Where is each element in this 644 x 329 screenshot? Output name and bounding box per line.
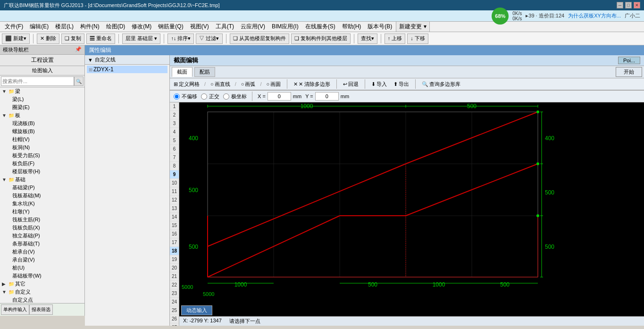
y-label: Y = [305, 93, 313, 99]
polar-radio[interactable] [223, 93, 229, 100]
nav-pin[interactable]: 📌 [75, 46, 82, 53]
folder-icon: 📁 [8, 89, 14, 94]
menu-modify[interactable]: 修改(M) [129, 22, 154, 32]
menu-edit[interactable]: 编辑(E) [27, 22, 51, 32]
menu-newchange[interactable]: 新建变更 ▾ [396, 21, 429, 32]
tree-item-circle-beam[interactable]: 圈梁(E) [4, 103, 84, 111]
tree-item-custom-point[interactable]: 自定义点 [4, 296, 84, 303]
tab-section[interactable]: 截面 [172, 67, 192, 77]
search-input[interactable] [1, 76, 74, 86]
tree-item-pile[interactable]: 桩(U) [4, 264, 84, 272]
tree-item-sump[interactable]: 集水坑(K) [4, 200, 84, 208]
tree-item-cap-beam[interactable]: 承台梁(V) [4, 256, 84, 264]
menu-version[interactable]: 版本号(B) [365, 22, 395, 32]
copy-button[interactable]: ❏ 复制 [61, 34, 84, 44]
svg-text:500: 500 [189, 244, 198, 250]
query-polygon-btn[interactable]: 🔍 查询多边形库 [420, 80, 462, 88]
tree-group-slab[interactable]: ▼ 📁 板 [0, 111, 84, 119]
tree-item-raft[interactable]: 筏板基础(M) [4, 192, 84, 200]
toolbar-sep-2 [118, 34, 119, 43]
menu-view[interactable]: 视图(V) [187, 22, 212, 32]
bottom-nav: 单构件输入 报表筛选 [0, 303, 84, 316]
menu-rebar[interactable]: 钢筋量(Q) [155, 22, 186, 32]
menu-draw[interactable]: 绘图(D) [103, 22, 128, 32]
tree-item-slab-neg[interactable]: 板负筋(F) [4, 160, 84, 168]
tree-group-custom[interactable]: ▼ 📁 自定义 [0, 288, 84, 296]
draw-circle-btn[interactable]: ○ 画圆 [265, 80, 283, 88]
tree-item-found-band[interactable]: 基础板带(W) [4, 272, 84, 280]
tree-item-floor-band[interactable]: 楼层板带(H) [4, 168, 84, 176]
tree-item-slab-rebar[interactable]: 板受力筋(S) [4, 152, 84, 160]
tree-group-other[interactable]: ▶ 📁 其它 [0, 280, 84, 288]
draw-toolbar: ⊞ 定义网格 / ○ 画直线 / ○ 画弧 / ○ [170, 78, 644, 90]
ortho-radio[interactable] [201, 93, 207, 100]
x-coord-field: X = mm [258, 92, 301, 101]
tree-item-raft-neg[interactable]: 筏板负筋(X) [4, 224, 84, 232]
row-6: 6 [170, 145, 179, 153]
menu-cloud[interactable]: 云应用(V) [238, 22, 268, 32]
draw-arc-btn[interactable]: ○ 画弧 [239, 80, 258, 88]
tree-group-beam[interactable]: ▼ 📁 梁 [0, 87, 84, 95]
tree-item-col-pier[interactable]: 柱墩(Y) [4, 208, 84, 216]
tree-item-isolated-found[interactable]: 独立基础(P) [4, 232, 84, 240]
define-grid-btn[interactable]: ⊞ 定义网格 [172, 80, 201, 88]
tree-item-raft-main[interactable]: 筏板主筋(R) [4, 216, 84, 224]
export-btn[interactable]: ⬆ 导出 [392, 80, 411, 88]
close-button[interactable]: ✕ [634, 2, 640, 8]
menu-bim[interactable]: BIM应用(I) [269, 22, 301, 32]
folder-icon-2: 📁 [8, 113, 14, 118]
tab-rebar[interactable]: 配筋 [194, 67, 215, 77]
copy-to-floor[interactable]: ❏ 复制构件到其他楼层 [291, 34, 351, 44]
no-move-radio[interactable] [174, 93, 180, 100]
clear-polygon-btn[interactable]: ✕ ✕ 清除多边形 [292, 80, 332, 88]
tree-item-found-beam[interactable]: 基础梁(P) [4, 184, 84, 192]
find-button[interactable]: 查找▾ [358, 34, 377, 44]
menu-file[interactable]: 文件(F) [2, 22, 26, 32]
import-btn[interactable]: ⬇ 导入 [369, 80, 389, 88]
menu-floor[interactable]: 楼层(L) [52, 22, 76, 32]
drawing-area[interactable]: 1000 500 400 500 [179, 102, 644, 326]
minimize-button[interactable]: ─ [617, 2, 623, 8]
report-btn[interactable]: 报表筛选 [29, 304, 53, 315]
tree-item-pile-cap[interactable]: 桩承台(V) [4, 248, 84, 256]
sort-button[interactable]: ↑↓ 排序▾ [167, 34, 194, 44]
tree-item-spiral-slab[interactable]: 螺旋板(B) [4, 127, 84, 135]
copy-from-floor[interactable]: ❏ 从其他楼层复制构件 [230, 34, 289, 44]
row-8: 8 [170, 162, 179, 170]
zdyx-1-item[interactable]: ⊞ ZDYX-1 [87, 66, 167, 73]
slab-label: 板 [15, 112, 20, 119]
filter-button[interactable]: ▽ 过滤▾ [196, 34, 222, 44]
y-input[interactable] [315, 92, 339, 101]
status-bar: X: -2799 Y: 1347 请选择下一点 [179, 316, 644, 326]
menu-tools[interactable]: 工具(T) [213, 22, 237, 32]
menu-element[interactable]: 构件(N) [77, 22, 102, 32]
x-input[interactable] [268, 92, 291, 101]
new-button[interactable]: ⬛ 新建▾ [2, 34, 30, 44]
slash-2: / [235, 81, 236, 87]
maximize-button[interactable]: □ [625, 2, 632, 8]
floor-select[interactable]: 层里 基础层 ▾ [122, 34, 160, 44]
delete-button[interactable]: ✕ 删除 [37, 34, 59, 44]
menu-online[interactable]: 在线服务(S) [302, 22, 338, 32]
rename-button[interactable]: ☰ 重命名 [86, 34, 115, 44]
move-up-button[interactable]: ↑ 上移 [385, 34, 406, 44]
dynamic-input-button[interactable]: 动态输入 [181, 305, 212, 315]
draw-line-btn[interactable]: ○ 画直线 [209, 80, 232, 88]
tree-item-strip-found[interactable]: 条形基础(T) [4, 240, 84, 248]
tree-group-foundation[interactable]: ▼ 📁 基础 [0, 176, 84, 184]
start-button[interactable]: 开始 [616, 67, 642, 77]
why-link[interactable]: 为什么茯板XY方向布... [568, 12, 621, 19]
poi-button[interactable]: Poi... [618, 57, 640, 64]
tree-item-column-cap[interactable]: 柱帽(V) [4, 135, 84, 143]
single-element-btn[interactable]: 单构件输入 [1, 304, 29, 315]
undo-btn[interactable]: ↩ 回退 [341, 80, 360, 88]
move-down-button[interactable]: ↓ 下移 [407, 34, 428, 44]
tree-item-beam-l[interactable]: 梁(L) [4, 95, 84, 103]
collapse-icon[interactable]: ▼ [88, 57, 93, 63]
search-button[interactable]: 🔍 [74, 76, 84, 86]
row-7: 7 [170, 153, 179, 162]
tree-item-slab-hole[interactable]: 板洞(N) [4, 143, 84, 152]
menu-help[interactable]: 帮助(H) [339, 22, 364, 32]
content-split: ▼ 自定义线 ⊞ ZDYX-1 截面编辑 Poi... [85, 55, 644, 326]
tree-item-cast-slab[interactable]: 现浇板(B) [4, 119, 84, 127]
